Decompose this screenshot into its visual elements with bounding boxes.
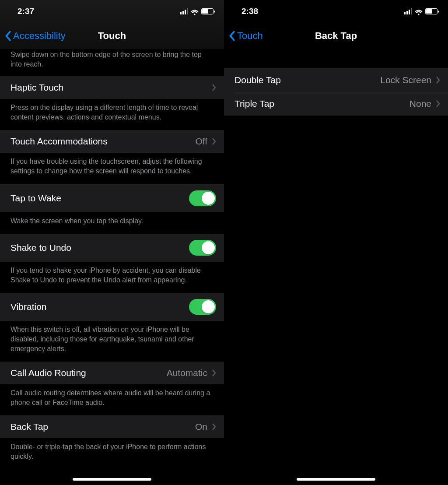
touch-accommodations-footer: If you have trouble using the touchscree…	[0, 153, 224, 183]
nav-back-label: Touch	[237, 30, 263, 42]
group-spacer	[224, 49, 448, 68]
battery-icon	[425, 8, 438, 14]
status-time: 2:37	[18, 7, 34, 16]
settings-content[interactable]: Swipe down on the bottom edge of the scr…	[0, 49, 224, 485]
shake-to-undo-label: Shake to Undo	[10, 242, 71, 253]
tap-to-wake-row[interactable]: Tap to Wake	[0, 184, 224, 213]
wifi-icon	[415, 8, 423, 14]
triple-tap-value: None	[410, 98, 431, 109]
triple-tap-row[interactable]: Triple Tap None	[224, 92, 448, 116]
call-audio-routing-footer: Call audio routing determines where audi…	[0, 385, 224, 415]
wifi-icon	[191, 8, 199, 14]
touch-accommodations-value: Off	[195, 136, 207, 147]
double-tap-row[interactable]: Double Tap Lock Screen	[224, 68, 448, 92]
phone-back-tap-settings: 2:38 Touch Back Tap Double Tap	[224, 0, 448, 485]
haptic-touch-row[interactable]: Haptic Touch	[0, 76, 224, 99]
double-tap-label: Double Tap	[234, 75, 281, 85]
call-audio-routing-row[interactable]: Call Audio Routing Automatic	[0, 361, 224, 385]
touch-accommodations-label: Touch Accommodations	[10, 136, 108, 147]
back-tap-label: Back Tap	[10, 422, 48, 432]
chevron-right-icon	[436, 100, 440, 108]
triple-tap-label: Triple Tap	[234, 98, 274, 109]
vibration-label: Vibration	[10, 302, 47, 312]
call-audio-routing-label: Call Audio Routing	[10, 368, 86, 378]
back-tap-options-group: Double Tap Lock Screen Triple Tap None	[224, 68, 448, 116]
home-indicator[interactable]	[297, 478, 375, 481]
settings-content[interactable]: Double Tap Lock Screen Triple Tap None	[224, 49, 448, 485]
nav-bar: Accessibility Touch	[0, 23, 224, 49]
chevron-left-icon	[228, 31, 235, 41]
cellular-signal-icon	[180, 8, 188, 14]
back-tap-row[interactable]: Back Tap On	[0, 415, 224, 439]
phone-touch-settings: 2:37 Accessibility Touch Swipe down on t…	[0, 0, 224, 485]
status-bar: 2:38	[224, 0, 448, 23]
chevron-right-icon	[436, 76, 440, 84]
cellular-signal-icon	[404, 8, 412, 14]
battery-icon	[201, 8, 214, 14]
tap-to-wake-footer: Wake the screen when you tap the display…	[0, 213, 224, 234]
shake-to-undo-row[interactable]: Shake to Undo	[0, 233, 224, 262]
double-tap-value: Lock Screen	[380, 75, 431, 85]
chevron-right-icon	[212, 137, 216, 145]
haptic-touch-label: Haptic Touch	[10, 82, 63, 93]
touch-accommodations-row[interactable]: Touch Accommodations Off	[0, 130, 224, 153]
shake-to-undo-footer: If you tend to shake your iPhone by acci…	[0, 262, 224, 292]
vibration-row[interactable]: Vibration	[0, 292, 224, 321]
chevron-left-icon	[4, 31, 11, 41]
status-icons	[180, 8, 214, 14]
nav-bar: Touch Back Tap	[224, 23, 448, 49]
reachability-footer: Swipe down on the bottom edge of the scr…	[0, 49, 224, 76]
status-bar: 2:37	[0, 0, 224, 23]
home-indicator[interactable]	[73, 478, 151, 481]
nav-back-button[interactable]: Accessibility	[4, 30, 66, 42]
chevron-right-icon	[212, 369, 216, 377]
back-tap-footer: Double- or triple-tap the back of your i…	[0, 439, 224, 469]
haptic-touch-footer: Press on the display using a different l…	[0, 99, 224, 130]
tap-to-wake-label: Tap to Wake	[10, 193, 61, 204]
status-icons	[404, 8, 438, 14]
back-tap-value: On	[195, 422, 207, 432]
shake-to-undo-toggle[interactable]	[189, 240, 216, 256]
chevron-right-icon	[212, 423, 216, 431]
call-audio-routing-value: Automatic	[167, 368, 207, 378]
status-time: 2:38	[242, 7, 258, 16]
chevron-right-icon	[212, 84, 216, 91]
nav-back-label: Accessibility	[13, 30, 66, 42]
tap-to-wake-toggle[interactable]	[189, 190, 216, 206]
vibration-toggle[interactable]	[189, 299, 216, 315]
vibration-footer: When this switch is off, all vibration o…	[0, 321, 224, 361]
nav-back-button[interactable]: Touch	[228, 30, 263, 42]
